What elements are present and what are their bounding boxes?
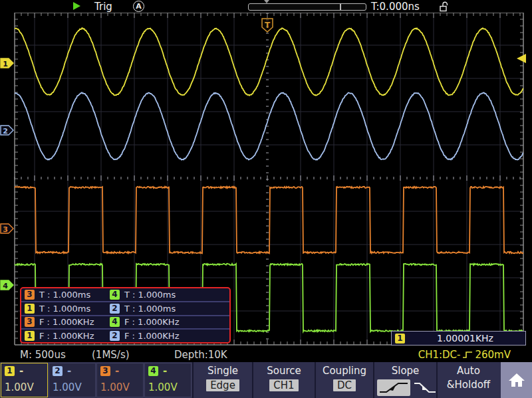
menu-item-slope[interactable]: Slope (374, 362, 436, 398)
top-status-bar: Trig A T:0.000ns (0, 0, 532, 13)
measurement-value: F : 1.000KHz (39, 331, 94, 341)
measurement-value: T : 1.000ms (39, 304, 90, 314)
auto-trigger-mode-icon: A (133, 1, 144, 12)
measurement-cell: 3 F : 1.000KHz (21, 316, 106, 329)
auto-holdoff-label-line2: &Holdoff (438, 379, 499, 391)
menu-item-coupling[interactable]: Coupling DC (316, 362, 373, 398)
channel-1-badge: 1 (25, 304, 35, 314)
bottom-menu-bar: 1 - 1.00V 2 - 1.00V 3 - 1.00V 4 - 1.00V … (0, 362, 532, 398)
channel-4-scale: 1.00V (148, 381, 178, 393)
frequency-counter-value: 1.00001KHz (405, 333, 525, 344)
menu-item-trigger-type[interactable]: Single Edge (194, 362, 252, 398)
source-label: Source (253, 365, 315, 377)
measurement-cell: 2 T : 1.000ms (106, 302, 176, 315)
measurement-cell: 1 F : 1.000KHz (21, 330, 106, 342)
trigger-type-value[interactable]: Edge (206, 379, 239, 391)
channel-4-coupling: - (163, 365, 167, 377)
measurement-cell: 4 T : 1.000ms (106, 288, 176, 301)
measurement-value: T : 1.000ms (124, 290, 176, 300)
trigger-settings-readout: CH1:DC- 260mV (418, 349, 511, 361)
measurement-row: 1 T : 1.000ms 2 T : 1.000ms (21, 302, 229, 316)
trigger-level-value: 260mV (475, 349, 511, 361)
waveform-traces (15, 28, 523, 332)
channel-1-badge: 1 (5, 366, 15, 376)
measurement-row: 3 T : 1.000ms 4 T : 1.000ms (21, 288, 229, 302)
auto-holdoff-label-line1: Auto (438, 365, 499, 377)
measurement-value: T : 1.000ms (39, 290, 90, 300)
oscilloscope-screen: Trig A T:0.000ns 1234T 3 T : 1.000ms 4 T… (0, 0, 532, 398)
measurement-row: 1 F : 1.000KHz 2 F : 1.000KHz (21, 330, 229, 342)
channel-3-badge: 3 (25, 317, 35, 327)
measurement-row: 3 F : 1.000KHz 4 F : 1.000KHz (21, 316, 229, 330)
slope-label: Slope (374, 365, 436, 377)
channel-marker-label: 3 (3, 225, 8, 234)
channel-1-trace (15, 28, 523, 96)
trigger-status-label: Trig (94, 1, 112, 13)
trigger-position-marker-label: T (265, 21, 271, 30)
channel-2-box[interactable]: 2 - 1.00V (49, 363, 96, 397)
channel-3-box[interactable]: 3 - 1.00V (96, 363, 144, 397)
sample-rate-readout: (1MS/s) (92, 349, 130, 361)
channel-3-scale: 1.00V (100, 381, 130, 393)
measurement-value: F : 1.000KHz (124, 331, 179, 341)
rising-edge-icon (462, 350, 473, 359)
frequency-counter: 1 1.00001KHz (391, 331, 526, 346)
horizontal-position-indicator[interactable] (248, 3, 366, 11)
channel-marker-label: 1 (3, 60, 8, 68)
channel-4-badge: 4 (110, 317, 120, 327)
channel-2-coupling: - (67, 365, 71, 377)
source-value[interactable]: CH1 (269, 379, 298, 391)
measurement-cell: 4 F : 1.000KHz (106, 316, 179, 329)
falling-slope-option-icon[interactable] (413, 379, 437, 396)
home-icon (508, 372, 525, 388)
channel-1-coupling: - (19, 365, 23, 377)
channel-2-badge: 2 (110, 304, 120, 314)
channel-marker-label: 2 (3, 127, 8, 136)
rising-slope-option-icon[interactable] (377, 379, 410, 396)
channel-1-badge: 1 (395, 334, 405, 344)
channel-1-badge: 1 (25, 331, 35, 341)
measurement-cell: 2 F : 1.000KHz (106, 330, 179, 342)
channel-1-scale: 1.00V (5, 381, 34, 393)
channel-4-box[interactable]: 4 - 1.00V (144, 363, 192, 397)
trigger-position-pointer[interactable] (264, 0, 269, 3)
menu-item-source[interactable]: Source CH1 (253, 362, 315, 398)
measurement-panel: 3 T : 1.000ms 4 T : 1.000ms 1 T : 1.000m… (20, 287, 231, 344)
coupling-label: Coupling (316, 365, 373, 377)
measurement-cell: 3 T : 1.000ms (21, 288, 106, 301)
home-button[interactable] (501, 362, 532, 398)
channel-3-badge: 3 (25, 290, 35, 300)
channel-2-badge: 2 (53, 366, 63, 376)
trigger-time-readout: T:0.000ns (371, 1, 420, 13)
channel-marker-label: 4 (3, 282, 8, 290)
channel-2-scale: 1.00V (53, 381, 82, 393)
coupling-value[interactable]: DC (333, 379, 356, 391)
channel-1-box[interactable]: 1 - 1.00V (1, 363, 48, 397)
timebase-readout: M: 500us (20, 349, 66, 361)
channel-3-coupling: - (115, 365, 119, 377)
slope-options (377, 379, 437, 397)
memory-depth-readout: Depth:10K (174, 349, 227, 361)
menu-item-auto-holdoff[interactable]: Auto &Holdoff (438, 362, 499, 398)
unlock-icon[interactable] (439, 1, 450, 12)
measurement-value: T : 1.000ms (124, 304, 176, 314)
channel-2-badge: 2 (110, 331, 120, 341)
run-status-icon[interactable] (73, 2, 80, 10)
channel-4-badge: 4 (148, 366, 158, 376)
channel-3-trace (15, 187, 523, 253)
measurement-value: F : 1.000KHz (124, 317, 179, 327)
status-bar: M: 500us (1MS/s) Depth:10K CH1:DC- 260mV (0, 346, 532, 362)
trigger-source-coupling: CH1:DC- (418, 349, 461, 361)
trigger-level-arrow[interactable] (517, 54, 526, 63)
measurement-cell: 1 T : 1.000ms (21, 302, 106, 315)
measurement-value: F : 1.000KHz (39, 317, 94, 327)
trigger-type-label: Single (194, 365, 252, 377)
channel-3-badge: 3 (100, 366, 110, 376)
record-window-divider (340, 4, 341, 10)
channel-4-badge: 4 (110, 290, 120, 300)
channel-position-markers: 1234T (1, 19, 526, 290)
channel-2-trace (15, 92, 523, 159)
